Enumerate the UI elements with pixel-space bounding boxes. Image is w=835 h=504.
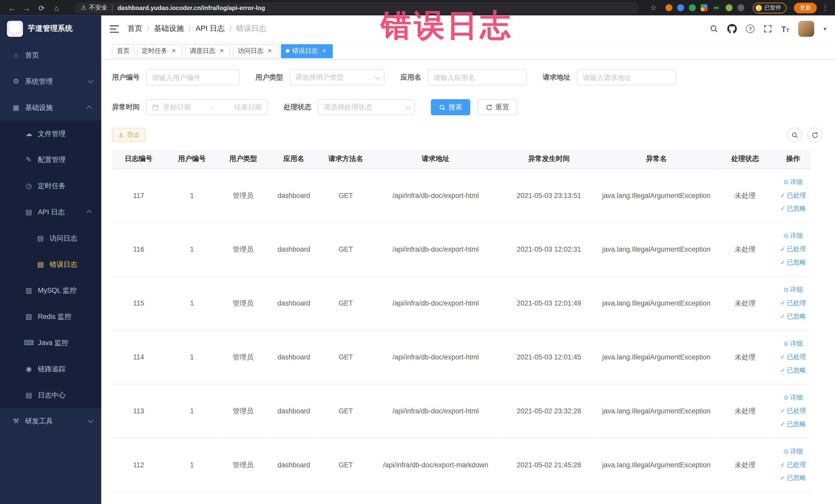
address-bar[interactable]: ⚠ 不安全 dashboard.yudao.iocoder.cn/infra/l… — [75, 2, 639, 14]
bookmark-star-icon[interactable]: ☆ — [650, 4, 657, 12]
action-ignored[interactable]: ✓已忽略 — [779, 310, 807, 323]
check-icon: ✓ — [780, 364, 785, 377]
avatar[interactable] — [798, 21, 814, 37]
action-label: 已忽略 — [787, 256, 806, 269]
breadcrumb-item[interactable]: API 日志 — [196, 24, 225, 33]
reset-button[interactable]: 重置 — [478, 99, 517, 115]
close-icon[interactable]: × — [320, 47, 328, 55]
extension-icon[interactable] — [689, 4, 696, 11]
breadcrumb-item[interactable]: 基础设施 — [154, 24, 184, 33]
sidebar-item-config-manage[interactable]: ✎ 配置管理 — [0, 147, 101, 173]
action-processed[interactable]: ✓已处理 — [779, 189, 807, 202]
sidebar-item-scheduled-jobs[interactable]: ◷ 定时任务 — [0, 173, 101, 199]
hamburger-icon[interactable] — [110, 25, 119, 33]
infra-icon: ▦ — [11, 103, 22, 112]
doc-icon: ▤ — [35, 260, 46, 268]
request-url-input[interactable] — [577, 69, 676, 85]
action-ignored[interactable]: ✓已忽略 — [779, 256, 807, 269]
check-icon: ✓ — [780, 256, 785, 269]
action-ignored[interactable]: ✓已忽略 — [779, 202, 807, 216]
action-detail[interactable]: ⊙详细 — [779, 175, 807, 189]
eye-icon: ⊙ — [783, 229, 788, 243]
action-processed[interactable]: ✓已处理 — [779, 297, 807, 310]
more-menu-icon[interactable]: ⋮ — [821, 4, 830, 12]
github-icon[interactable] — [728, 24, 737, 33]
sidebar-item-system[interactable]: ⚙ 系统管理 — [0, 68, 101, 95]
reload-icon[interactable]: ⟳ — [35, 4, 48, 12]
check-icon: ✓ — [780, 297, 785, 310]
refresh-button[interactable] — [807, 127, 822, 142]
sidebar-item-java-monitor[interactable]: ⌨ Java 监控 — [0, 330, 101, 356]
user-type-select[interactable]: 请选择用户类型 — [289, 69, 385, 85]
action-ignored[interactable]: ✓已忽略 — [779, 418, 807, 431]
check-icon: ✓ — [780, 458, 785, 471]
sidebar-item-trace[interactable]: ◉ 链路追踪 — [0, 356, 101, 382]
sidebar-item-error-log[interactable]: ▤ 错误日志 — [0, 251, 101, 277]
action-ignored[interactable]: ✓已忽略 — [779, 471, 807, 485]
extension-on-badge[interactable]: on — [712, 4, 720, 11]
sidebar-item-home[interactable]: ⌂ 首页 — [0, 42, 101, 68]
help-icon[interactable]: ? — [746, 25, 754, 33]
range-separator: - — [195, 103, 230, 111]
action-detail[interactable]: ⊙详细 — [779, 391, 807, 404]
action-processed[interactable]: ✓已处理 — [779, 404, 807, 418]
trace-icon: ◉ — [23, 365, 34, 373]
table-header-row: 日志编号用户编号用户类型应用名请求方法名请求地址异常发生时间异常名处理状态操作 — [112, 150, 810, 169]
eye-icon: ⊙ — [783, 445, 788, 458]
tab-error-log[interactable]: 错误日志 × — [281, 44, 333, 58]
export-button[interactable]: 导出 — [112, 128, 145, 142]
action-detail[interactable]: ⊙详细 — [779, 229, 807, 243]
forward-icon[interactable]: → — [20, 4, 33, 12]
tab-scheduled-jobs[interactable]: 定时任务 × — [137, 44, 183, 58]
action-detail[interactable]: ⊙详细 — [779, 337, 807, 350]
action-detail[interactable]: ⊙详细 — [779, 445, 807, 458]
check-icon: ✓ — [780, 418, 785, 431]
tab-job-log[interactable]: 调度日志 × — [185, 44, 230, 58]
browser-home-icon[interactable]: ⌂ — [50, 4, 63, 12]
fullscreen-icon[interactable] — [763, 25, 772, 33]
caret-down-icon[interactable]: ▾ — [823, 25, 826, 32]
extension-icon[interactable] — [677, 4, 684, 11]
sidebar-item-file-manage[interactable]: ☁ 文件管理 — [0, 120, 101, 147]
action-ignored[interactable]: ✓已忽略 — [779, 364, 807, 377]
back-icon[interactable]: ← — [5, 4, 18, 12]
extension-icon[interactable] — [726, 4, 732, 11]
extension-icon[interactable] — [737, 4, 744, 11]
update-button[interactable]: 更新 — [794, 2, 817, 13]
tab-access-log[interactable]: 访问日志 × — [233, 44, 279, 58]
exception-time-range-picker[interactable]: 开始日期 - 结束日期 — [146, 99, 268, 115]
sidebar-item-api-log[interactable]: ▤ API 日志 — [0, 199, 101, 225]
sidebar-item-dev-tools[interactable]: ⚒ 研发工具 — [0, 408, 101, 434]
close-icon[interactable]: × — [170, 47, 178, 55]
close-icon[interactable]: × — [266, 47, 273, 55]
user-id-input[interactable] — [146, 69, 240, 85]
sidebar-item-redis-monitor[interactable]: ▧ Redis 监控 — [0, 303, 101, 330]
logo-image — [7, 21, 23, 37]
search-button[interactable]: 搜索 — [431, 99, 470, 115]
tab-home[interactable]: 首页 — [112, 44, 134, 58]
action-label: 已处理 — [787, 297, 806, 310]
action-processed[interactable]: ✓已处理 — [779, 458, 807, 471]
action-processed[interactable]: ✓已处理 — [779, 243, 807, 256]
action-processed[interactable]: ✓已处理 — [779, 350, 807, 364]
process-status-select[interactable]: 请选择处理状态 — [318, 99, 415, 115]
action-detail[interactable]: ⊙详细 — [779, 283, 807, 297]
main-panel: 首页/基础设施/API 日志/错误日志 ? TT ▾ — [101, 15, 835, 504]
extensions-puzzle-icon[interactable] — [700, 4, 707, 11]
toggle-search-button[interactable] — [787, 127, 802, 142]
action-label: 详细 — [790, 337, 803, 350]
app-name-input[interactable] — [428, 69, 527, 85]
sidebar-item-access-log[interactable]: ▤ 访问日志 — [0, 225, 101, 251]
column-header: 用户编号 — [165, 150, 219, 169]
cell-time: 2021-05-03 12:01:49 — [500, 276, 598, 330]
font-size-icon[interactable]: TT — [781, 25, 789, 33]
paused-badge[interactable]: 已暂停 — [753, 2, 787, 13]
extension-icon[interactable] — [665, 4, 672, 11]
sidebar-item-infra[interactable]: ▦ 基础设施 — [0, 95, 101, 121]
sidebar-item-mysql-monitor[interactable]: ▥ MySQL 监控 — [0, 277, 101, 303]
close-icon[interactable]: × — [218, 47, 226, 55]
search-icon[interactable] — [710, 25, 718, 33]
breadcrumb-item[interactable]: 首页 — [127, 24, 142, 33]
sidebar-item-log-center[interactable]: ▤ 日志中心 — [0, 382, 101, 408]
sidebar-item-label: Java 监控 — [38, 338, 68, 347]
